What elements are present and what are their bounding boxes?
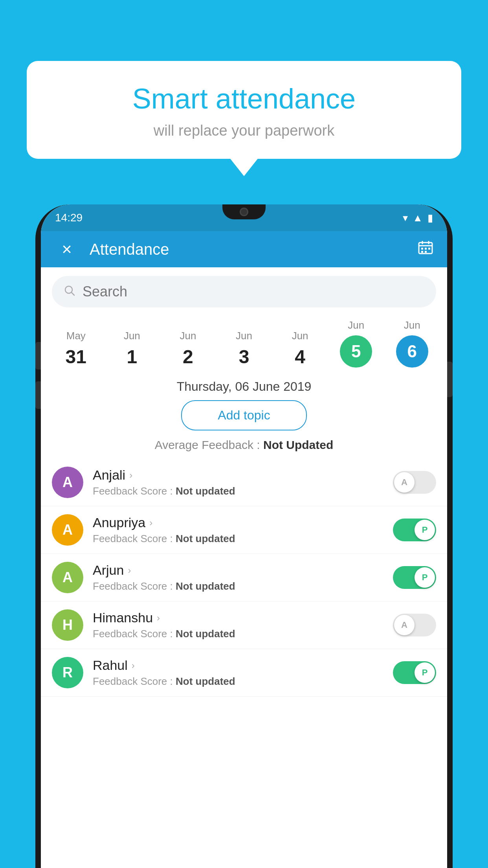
bubble-subtitle: will replace your paperwork bbox=[50, 122, 438, 139]
toggle-knob: P bbox=[415, 662, 435, 683]
chevron-right-icon: › bbox=[149, 517, 152, 528]
toggle-knob: P bbox=[415, 567, 435, 588]
student-info: Anjali ›Feedback Score : Not updated bbox=[93, 467, 383, 497]
date-column[interactable]: May31 bbox=[48, 330, 104, 368]
student-score: Feedback Score : Not updated bbox=[93, 628, 383, 640]
date-column[interactable]: Jun6 bbox=[384, 319, 440, 368]
date-day-number: 6 bbox=[407, 342, 417, 361]
power-button bbox=[447, 362, 453, 397]
svg-rect-5 bbox=[425, 248, 427, 250]
student-name: Anjali › bbox=[93, 467, 383, 483]
attendance-toggle[interactable]: P bbox=[393, 661, 436, 684]
avatar: A bbox=[52, 562, 83, 593]
attendance-toggle[interactable]: A bbox=[393, 614, 436, 636]
svg-line-10 bbox=[72, 292, 74, 295]
status-bar: 14:29 ▾ ▲ ▮ bbox=[41, 204, 447, 231]
date-day-number: 31 bbox=[66, 346, 86, 368]
attendance-toggle[interactable]: A bbox=[393, 471, 436, 494]
avg-feedback-label: Average Feedback : bbox=[155, 438, 260, 451]
date-day-number: 4 bbox=[295, 346, 305, 368]
date-circle: 6 bbox=[396, 335, 428, 368]
battery-icon: ▮ bbox=[427, 212, 433, 224]
date-month-label: Jun bbox=[180, 330, 196, 342]
phone-screen: 14:29 ▾ ▲ ▮ × Attendance bbox=[41, 204, 447, 868]
student-row[interactable]: AArjun ›Feedback Score : Not updatedP bbox=[41, 554, 447, 601]
svg-rect-8 bbox=[425, 251, 427, 253]
date-day-number: 3 bbox=[239, 346, 250, 368]
date-column[interactable]: Jun1 bbox=[104, 330, 160, 368]
date-day-number: 2 bbox=[183, 346, 193, 368]
svg-rect-4 bbox=[421, 248, 423, 250]
student-info: Rahul ›Feedback Score : Not updated bbox=[93, 658, 383, 688]
date-month-label: Jun bbox=[348, 319, 364, 331]
svg-rect-7 bbox=[421, 251, 423, 253]
date-column[interactable]: Jun3 bbox=[216, 330, 272, 368]
date-day-number: 1 bbox=[127, 346, 138, 368]
avatar: A bbox=[52, 467, 83, 498]
search-icon bbox=[64, 284, 75, 300]
avg-feedback-value: Not Updated bbox=[263, 438, 333, 451]
toggle-knob: A bbox=[394, 615, 415, 635]
date-scroller: May31Jun1Jun2Jun3Jun4Jun5Jun6 bbox=[41, 316, 447, 375]
date-column[interactable]: Jun4 bbox=[272, 330, 328, 368]
volume-down-button bbox=[35, 381, 41, 409]
wifi-icon: ▾ bbox=[403, 212, 408, 224]
notch bbox=[222, 204, 266, 219]
add-topic-button[interactable]: Add topic bbox=[181, 400, 307, 430]
student-row[interactable]: RRahul ›Feedback Score : Not updatedP bbox=[41, 649, 447, 697]
student-score: Feedback Score : Not updated bbox=[93, 675, 383, 688]
student-row[interactable]: HHimanshu ›Feedback Score : Not updatedA bbox=[41, 601, 447, 649]
date-month-label: Jun bbox=[292, 330, 308, 342]
student-list: AAnjali ›Feedback Score : Not updatedAAA… bbox=[41, 455, 447, 701]
date-month-label: May bbox=[66, 330, 86, 342]
toggle-knob: A bbox=[394, 472, 415, 493]
student-name: Himanshu › bbox=[93, 610, 383, 625]
camera bbox=[240, 208, 248, 216]
status-time: 14:29 bbox=[55, 211, 83, 224]
student-name: Rahul › bbox=[93, 658, 383, 673]
avatar: H bbox=[52, 609, 83, 641]
status-icons: ▾ ▲ ▮ bbox=[403, 212, 433, 224]
date-circle: 5 bbox=[340, 335, 372, 368]
attendance-toggle[interactable]: P bbox=[393, 566, 436, 589]
avatar: A bbox=[52, 514, 83, 546]
phone-frame: 14:29 ▾ ▲ ▮ × Attendance bbox=[35, 204, 453, 868]
search-input[interactable] bbox=[83, 283, 424, 300]
chevron-right-icon: › bbox=[129, 470, 132, 481]
student-info: Anupriya ›Feedback Score : Not updated bbox=[93, 515, 383, 545]
search-bar[interactable] bbox=[52, 276, 436, 307]
speech-bubble: Smart attendance will replace your paper… bbox=[27, 61, 461, 159]
average-feedback: Average Feedback : Not Updated bbox=[41, 430, 447, 455]
date-month-label: Jun bbox=[236, 330, 252, 342]
student-name: Anupriya › bbox=[93, 515, 383, 530]
chevron-right-icon: › bbox=[128, 565, 131, 576]
date-column[interactable]: Jun2 bbox=[160, 330, 216, 368]
attendance-toggle[interactable]: P bbox=[393, 519, 436, 541]
calendar-icon[interactable] bbox=[418, 240, 433, 259]
student-score: Feedback Score : Not updated bbox=[93, 533, 383, 545]
volume-up-button bbox=[35, 342, 41, 370]
student-row[interactable]: AAnupriya ›Feedback Score : Not updatedP bbox=[41, 506, 447, 554]
student-score: Feedback Score : Not updated bbox=[93, 580, 383, 592]
selected-date: Thursday, 06 June 2019 bbox=[41, 375, 447, 400]
student-info: Arjun ›Feedback Score : Not updated bbox=[93, 563, 383, 592]
page-title: Attendance bbox=[90, 241, 418, 258]
toggle-knob: P bbox=[415, 520, 435, 540]
chevron-right-icon: › bbox=[157, 612, 160, 623]
student-row[interactable]: AAnjali ›Feedback Score : Not updatedA bbox=[41, 459, 447, 506]
signal-icon: ▲ bbox=[413, 212, 423, 224]
date-day-number: 5 bbox=[351, 342, 361, 361]
student-score: Feedback Score : Not updated bbox=[93, 485, 383, 497]
student-info: Himanshu ›Feedback Score : Not updated bbox=[93, 610, 383, 640]
student-name: Arjun › bbox=[93, 563, 383, 578]
close-button[interactable]: × bbox=[55, 241, 79, 258]
avatar: R bbox=[52, 657, 83, 688]
date-column[interactable]: Jun5 bbox=[328, 319, 384, 368]
chevron-right-icon: › bbox=[132, 660, 135, 671]
bubble-title: Smart attendance bbox=[50, 83, 438, 115]
app-header: × Attendance bbox=[41, 231, 447, 267]
svg-rect-6 bbox=[428, 248, 430, 250]
date-month-label: Jun bbox=[124, 330, 140, 342]
date-month-label: Jun bbox=[404, 319, 420, 331]
